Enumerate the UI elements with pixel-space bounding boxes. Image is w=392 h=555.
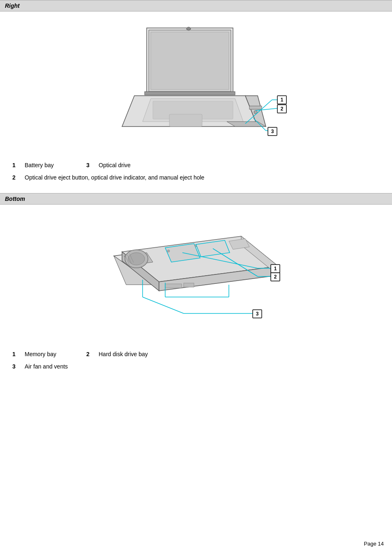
svg-rect-43 [184, 283, 194, 287]
right-num-3: 3 [86, 162, 99, 168]
svg-text:1: 1 [274, 266, 277, 272]
bottom-label-row-1: 1 Memory bay 2 Hard disk drive bay [12, 351, 380, 357]
right-num-1: 1 [12, 162, 25, 168]
bottom-text-3: Air fan and vents [25, 363, 68, 370]
page-number: Page 14 [364, 541, 384, 547]
bottom-num-3: 3 [12, 363, 25, 370]
svg-rect-8 [169, 114, 202, 127]
bottom-num-1: 1 [12, 351, 25, 357]
right-text-3: Optical drive [99, 162, 131, 168]
svg-text:2: 2 [274, 274, 277, 280]
right-labels: 1 Battery bay 3 Optical drive 2 Optical … [0, 155, 392, 193]
right-title: Right [5, 2, 20, 9]
svg-line-54 [143, 297, 184, 313]
right-text-2: Optical drive eject button, optical driv… [25, 174, 204, 181]
right-text-1: Battery bay [25, 162, 74, 168]
svg-point-38 [167, 250, 170, 252]
bottom-text-1: Memory bay [25, 351, 74, 357]
svg-text:1: 1 [281, 97, 284, 103]
bottom-section-header: Bottom [0, 193, 392, 205]
bottom-text-2: Hard disk drive bay [99, 351, 148, 357]
right-section-header: Right [0, 0, 392, 12]
bottom-num-2: 2 [86, 351, 99, 357]
svg-point-33 [128, 253, 145, 265]
svg-rect-42 [165, 284, 182, 288]
right-section: Right [0, 0, 392, 193]
svg-marker-2 [151, 32, 229, 90]
right-diagram-area: 1 2 3 [0, 12, 392, 155]
bottom-diagram-area: 1 2 3 [0, 205, 392, 344]
right-label-row-2: 2 Optical drive eject button, optical dr… [12, 174, 380, 181]
bottom-label-row-2: 3 Air fan and vents [12, 363, 380, 370]
svg-text:3: 3 [271, 129, 274, 134]
svg-text:3: 3 [256, 311, 259, 317]
bottom-diagram-svg: 1 2 3 [101, 215, 291, 334]
bottom-title: Bottom [5, 196, 25, 202]
bottom-labels: 1 Memory bay 2 Hard disk drive bay 3 Air… [0, 344, 392, 382]
svg-rect-10 [249, 106, 262, 109]
right-diagram-svg: 1 2 3 [110, 20, 282, 147]
svg-point-4 [187, 27, 191, 30]
right-label-row-1: 1 Battery bay 3 Optical drive [12, 162, 380, 168]
page-footer: Page 14 [364, 541, 384, 547]
svg-text:2: 2 [281, 106, 284, 112]
right-num-2: 2 [12, 174, 25, 181]
bottom-section: Bottom [0, 193, 392, 382]
svg-rect-3 [145, 92, 235, 95]
